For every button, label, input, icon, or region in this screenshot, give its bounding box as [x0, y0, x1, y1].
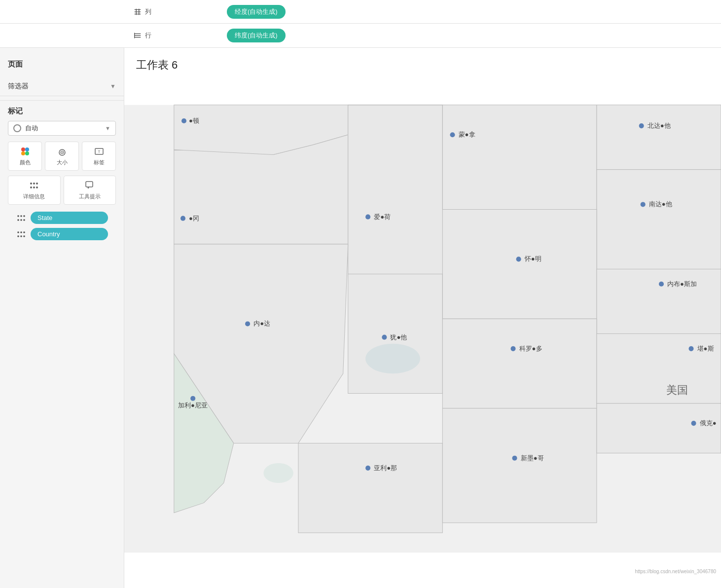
mark-tooltip-label: 工具提示	[79, 193, 101, 200]
label-south-dakota: 南达●他	[649, 200, 672, 208]
state-detail-icon	[16, 213, 27, 223]
svg-point-36	[20, 235, 22, 237]
detail-items: State Country	[8, 212, 116, 240]
svg-point-31	[23, 219, 25, 221]
country-row: Country	[16, 228, 108, 240]
dot-utah	[382, 335, 387, 340]
map-svg: ●顿 蒙●拿 北达●他 ●冈 爱●荷 南达●他 怀●明	[124, 78, 721, 579]
row-row: 行 纬度(自动生成)	[0, 24, 721, 47]
svg-point-30	[20, 219, 22, 221]
dot-california	[190, 396, 195, 401]
svg-point-12	[25, 151, 29, 155]
row-icon-group: 行	[128, 31, 227, 40]
dot-nebraska	[659, 282, 664, 287]
country-pill[interactable]: Country	[31, 228, 108, 240]
label-icon: T	[94, 146, 105, 157]
svg-point-19	[33, 183, 35, 184]
marks-dropdown-arrow-icon: ▼	[105, 125, 110, 131]
dot-south-dakota	[641, 202, 646, 207]
dot-oklahoma	[691, 421, 696, 426]
col-row: 列 经度(自动生成)	[0, 0, 721, 24]
dot-kansas	[688, 346, 693, 351]
sidebar: 页面 筛选器 ▼ 标记 自动 ▼	[0, 48, 124, 588]
country-detail-icon	[16, 229, 27, 240]
marks-section: 标记 自动 ▼ 颜色	[0, 100, 124, 246]
watermark: https://blog.csdn.net/weixin_3046780	[635, 569, 716, 574]
svg-point-15	[62, 152, 63, 153]
dot-nevada	[245, 321, 250, 326]
label-arizona: 亚利●那	[374, 464, 397, 472]
label-nevada: 内●达	[253, 320, 270, 327]
svg-point-10	[25, 147, 29, 151]
svg-rect-24	[86, 182, 93, 187]
svg-marker-25	[87, 187, 89, 189]
row-label: 行	[145, 31, 151, 40]
svg-point-55	[365, 344, 420, 374]
marks-title: 标记	[8, 107, 116, 116]
label-wyoming: 怀●明	[524, 255, 541, 262]
mark-color-label: 颜色	[20, 159, 31, 166]
filter-arrow-icon: ▼	[110, 83, 116, 90]
svg-point-11	[21, 151, 25, 155]
svg-marker-53	[442, 408, 597, 523]
top-bar: 列 经度(自动生成) 行 纬度(自动生成)	[0, 0, 721, 48]
svg-text:T: T	[98, 149, 100, 154]
label-oklahoma: 俄克●	[700, 419, 717, 427]
svg-point-28	[23, 215, 25, 217]
dot-oregon	[180, 216, 185, 221]
svg-point-9	[21, 147, 25, 151]
marks-dropdown-label: 自动	[25, 124, 105, 133]
label-colorado: 科罗●多	[519, 345, 542, 352]
dot-new-mexico	[512, 456, 517, 461]
label-washington: ●顿	[189, 117, 199, 124]
dot-washington	[181, 118, 186, 123]
svg-marker-49	[442, 319, 597, 408]
filter-title: 筛选器	[8, 82, 29, 91]
svg-marker-44	[597, 170, 721, 269]
svg-marker-50	[597, 334, 721, 404]
mark-detail[interactable]: 详细信息	[8, 176, 61, 205]
mark-tooltip[interactable]: 工具提示	[64, 176, 116, 205]
label-utah: 犹●他	[390, 333, 407, 341]
row-pill[interactable]: 纬度(自动生成)	[227, 29, 286, 42]
label-oregon: ●冈	[189, 215, 199, 222]
label-new-mexico: 新墨●哥	[521, 454, 544, 462]
dot-idaho	[365, 215, 370, 220]
mark-detail-label: 详细信息	[23, 193, 45, 200]
worksheet-title: 工作表 6	[124, 48, 721, 78]
country-label: 美国	[666, 384, 688, 396]
label-montana: 蒙●拿	[459, 131, 475, 138]
svg-point-27	[20, 215, 22, 217]
svg-point-22	[33, 186, 35, 188]
mark-label[interactable]: T 标签	[82, 142, 116, 171]
state-pill[interactable]: State	[31, 212, 108, 224]
svg-marker-46	[597, 269, 721, 334]
label-idaho: 爱●荷	[374, 213, 391, 220]
svg-point-56	[263, 463, 293, 483]
svg-point-37	[23, 235, 25, 237]
svg-marker-45	[442, 210, 597, 319]
mark-color[interactable]: 颜色	[8, 142, 42, 171]
marks-dropdown[interactable]: 自动 ▼	[8, 121, 116, 136]
svg-point-21	[30, 186, 32, 188]
svg-point-35	[17, 235, 19, 237]
mark-size-label: 大小	[57, 159, 68, 166]
marks-dropdown-circle	[13, 124, 21, 132]
col-icon	[133, 7, 142, 16]
map-container: ●顿 蒙●拿 北达●他 ●冈 爱●荷 南达●他 怀●明	[124, 78, 721, 579]
svg-point-20	[36, 183, 38, 184]
filter-header[interactable]: 筛选器 ▼	[0, 77, 124, 96]
row-icon	[133, 31, 142, 40]
col-pill[interactable]: 经度(自动生成)	[227, 5, 286, 19]
svg-marker-43	[597, 105, 721, 170]
content-area: 工作表 6	[124, 48, 721, 588]
svg-point-34	[23, 231, 25, 233]
mark-size[interactable]: 大小	[45, 142, 79, 171]
size-icon	[57, 146, 68, 157]
state-row: State	[16, 212, 108, 224]
svg-point-29	[17, 219, 19, 221]
dot-wyoming	[516, 257, 521, 261]
dot-north-dakota	[639, 123, 644, 128]
svg-marker-54	[597, 404, 721, 453]
dot-montana	[450, 132, 455, 137]
